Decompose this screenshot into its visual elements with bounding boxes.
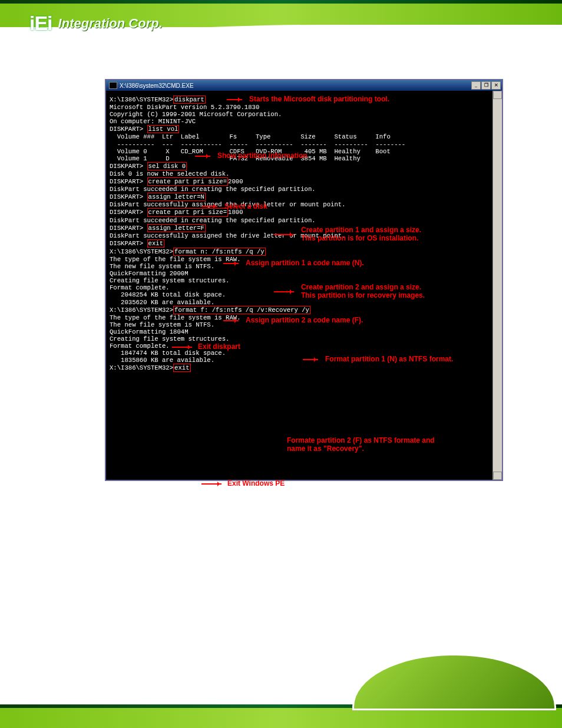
term-out: Disk 0 is now the selected disk. bbox=[110, 170, 500, 177]
term-out: Microsoft DiskPart version 5.2.3790.1830… bbox=[110, 104, 500, 125]
page-footer-art bbox=[0, 669, 562, 728]
cmd-seldisk: sel disk 0 bbox=[147, 162, 187, 170]
cmd-exitdp: exit bbox=[147, 239, 164, 248]
term-line: DISKPART> sel disk 0 bbox=[110, 162, 500, 170]
term-line: X:\I386\SYSTEM32>exit bbox=[110, 364, 500, 372]
term-line: X:\I386\SYSTEM32>format f: /fs:ntfs /q /… bbox=[110, 306, 500, 314]
brand-mark: iEi bbox=[29, 12, 52, 35]
ann-listvol: Show partition information bbox=[217, 151, 308, 160]
ann-assignN: Assign partition 1 a code name (N). bbox=[246, 259, 364, 267]
cmd-diskpart: diskpart bbox=[173, 95, 206, 104]
ann-diskpart: Starts the Microsoft disk partitioning t… bbox=[249, 95, 389, 103]
cmd-cpp2: create part pri size= bbox=[147, 208, 229, 216]
cmd-assignF: assign letter=F bbox=[147, 224, 206, 232]
cmd-fmtN: format n: /fs:ntfs /q /y bbox=[173, 248, 266, 256]
brand-word: Integration Corp. bbox=[58, 16, 163, 31]
cmd-listvol: list vol bbox=[147, 125, 180, 133]
ann-fmtN: Format partition 1 (N) as NTFS format. bbox=[325, 355, 453, 363]
term-out: DiskPart succeeded in creating the speci… bbox=[110, 217, 500, 224]
close-button[interactable]: ✕ bbox=[491, 81, 501, 90]
brand-logo: iEi Integration Corp. bbox=[29, 12, 163, 35]
minimize-button[interactable]: _ bbox=[471, 81, 481, 90]
window-title: X:\I386\system32\CMD.EXE bbox=[107, 82, 194, 89]
ann-seldisk: Select a disk bbox=[224, 202, 267, 210]
term-out: DiskPart successfully assigned the drive… bbox=[110, 201, 500, 208]
ann-exitpe: Exit Windows PE bbox=[227, 479, 285, 487]
cmd-icon bbox=[109, 82, 117, 89]
maximize-button[interactable]: ❐ bbox=[481, 81, 491, 90]
ann-cpp1: Create partition 1 and assign a size. Th… bbox=[301, 226, 421, 242]
term-line: DISKPART> assign letter=N bbox=[110, 193, 500, 201]
ann-cpp2: Create partition 2 and assign a size. Th… bbox=[301, 283, 425, 299]
cmd-exitpe: exit bbox=[173, 364, 190, 372]
term-line: DISKPART> create part pri size=1800 bbox=[110, 208, 500, 216]
ann-fmtF: Formate partition 2 (F) as NTFS formate … bbox=[287, 436, 435, 453]
cmd-fmtF: format f: /fs:ntfs /q /v:Recovery /y bbox=[173, 306, 310, 314]
titlebar[interactable]: X:\I386\system32\CMD.EXE _ ❐ ✕ bbox=[106, 80, 502, 91]
cmd-assignN: assign letter=N bbox=[147, 193, 206, 201]
cmd-window: X:\I386\system32\CMD.EXE _ ❐ ✕ X:\I386\S… bbox=[105, 79, 503, 481]
scrollbar[interactable] bbox=[492, 91, 502, 480]
cmd-cpp1: create part pri size= bbox=[147, 177, 229, 186]
ann-assignF: Assign partition 2 a code name (F). bbox=[246, 316, 363, 324]
term-line: DISKPART> list vol bbox=[110, 125, 500, 133]
term-out: DiskPart succeeded in creating the speci… bbox=[110, 186, 500, 193]
terminal-body[interactable]: X:\I386\SYSTEM32>diskpart Starts the Mic… bbox=[106, 91, 502, 480]
term-line: X:\I386\SYSTEM32>format n: /fs:ntfs /q /… bbox=[110, 248, 500, 256]
ann-exitdp: Exit diskpart bbox=[198, 342, 240, 351]
term-line: DISKPART> create part pri size=2000 bbox=[110, 177, 500, 186]
